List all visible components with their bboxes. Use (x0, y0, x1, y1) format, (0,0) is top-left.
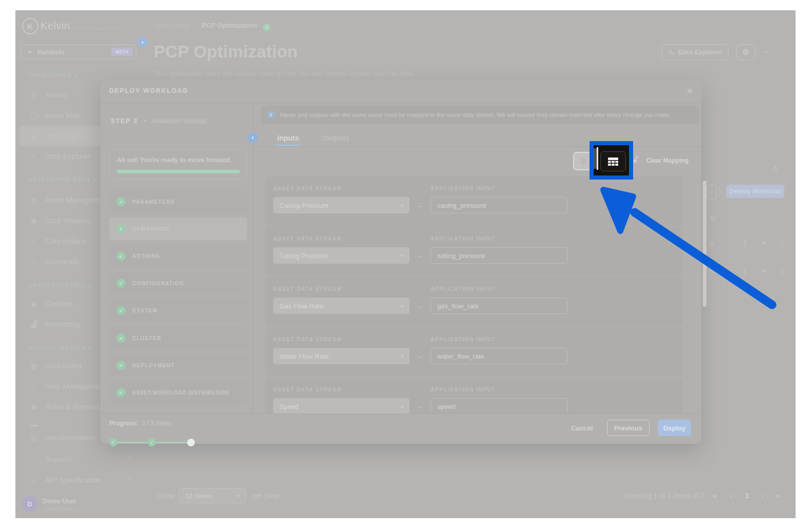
checklist-item-system[interactable]: ✓SYSTEM (109, 299, 247, 322)
sidebar-item-support[interactable]: ◔Support (29, 453, 71, 465)
sidebar-item-asset-map[interactable]: ◯Asset Map (29, 109, 80, 122)
step-indicator: STEP 3 • Advanced Settings (111, 116, 207, 125)
kelvinai-button[interactable]: ✦ KelvinAI BETA (21, 45, 136, 59)
chevron-up-icon: ∧ (772, 163, 778, 172)
section-operations: OPERATIONS ∨ (28, 72, 78, 78)
external-link-icon: ↗ (126, 476, 131, 483)
sidebar-item-clusters[interactable]: ◉Clusters (29, 298, 72, 310)
application-input-field[interactable]: water_flow_rate (431, 348, 567, 364)
page-size-select[interactable]: 32 items ▾ (178, 488, 246, 503)
avatar[interactable]: D (22, 496, 37, 512)
map-arrow-icon: → (415, 201, 423, 209)
magic-wand-icon[interactable]: ✦ (761, 267, 767, 275)
sidebar-item-monitoring[interactable]: ▟Monitoring (29, 318, 80, 330)
upload-icon[interactable]: ↥ (742, 267, 748, 275)
application-input-field[interactable]: speed (431, 398, 567, 414)
chevron-down-icon: ▾ (401, 253, 403, 259)
application-input-field[interactable]: gas_flow_rate (431, 298, 567, 314)
stream-select[interactable]: Water Flow Rate▾ (273, 348, 410, 364)
sidebar-item-label: Dashboard (45, 362, 82, 370)
cancel-button[interactable]: Cancel (564, 420, 599, 436)
tab-inputs[interactable]: Inputs (277, 134, 299, 142)
stream-select[interactable]: Casing Pressure▾ (273, 197, 410, 213)
breadcrumb-parent[interactable]: Applications (154, 22, 190, 29)
pagination-first-button[interactable]: « (713, 491, 717, 500)
deploy-button[interactable]: Deploy (658, 420, 691, 436)
close-icon: ✕ (686, 87, 693, 95)
sidebar-item-user-management[interactable]: ⚇User Management (29, 380, 106, 392)
sidebar-item-label: Asset Map (45, 111, 80, 120)
sidebar-item-documentation[interactable]: ▤Documentation (29, 431, 95, 444)
stream-select[interactable]: Gas Flow Rate▾ (273, 298, 410, 314)
app-window: K Kelvin BETA Environment (DEV) ✦ Kelvin… (15, 10, 796, 518)
data-explorer-label: Data Explorer (678, 48, 722, 56)
sidebar-item-label: Data Streams (45, 217, 91, 225)
table-view-toggle[interactable] (600, 151, 626, 171)
trash-icon[interactable]: ▯ (780, 239, 784, 247)
close-button[interactable]: ✕ (686, 87, 693, 96)
checklist-label: SYSTEM (132, 307, 157, 313)
more-options-button[interactable]: ⋯ (762, 45, 773, 57)
tab-outputs[interactable]: Outputs (322, 134, 350, 142)
checklist-item-parameters[interactable]: ✓PARAMETERS (109, 190, 247, 213)
panel-back-button[interactable]: ‹ (248, 132, 258, 143)
sidebar-item-data-streams[interactable]: ▣Data Streams (29, 214, 91, 227)
sidebar-item-api-specification[interactable]: ◎API Specification (29, 474, 102, 486)
pagination-next-button[interactable]: › (761, 491, 764, 500)
application-input-field[interactable]: tubing_pressure (431, 247, 567, 264)
settings-button[interactable]: ⚙ (736, 44, 756, 60)
map-arrow-icon: → (415, 301, 423, 310)
modal-panel-divider (253, 103, 253, 414)
sidebar-item-applications[interactable]: ▦Applications (29, 130, 85, 142)
clear-mapping-button[interactable]: Clear Mapping (632, 155, 688, 165)
progress-line (116, 442, 150, 443)
sidebar-item-data-explorer[interactable]: ∿Data Explorer (29, 150, 91, 163)
pagination-prev-button[interactable]: ‹ (729, 491, 732, 500)
upload-icon[interactable]: ↥ (742, 239, 748, 247)
check-icon: ✓ (116, 279, 126, 288)
data-explorer-button[interactable]: ∿ Data Explorer (661, 44, 728, 60)
breadcrumb-separator: / (195, 22, 197, 29)
chevron-left-icon: ‹ (252, 134, 254, 141)
sidebar-item-label: Guardrails (45, 258, 79, 266)
checklist-item-asset-workload-distribution[interactable]: ✓ASSET-WORKLOAD DISTRIBUTION (109, 381, 247, 404)
previous-button[interactable]: Previous (607, 420, 649, 436)
check-icon: ✓ (116, 388, 126, 397)
checklist-item-configuration[interactable]: ✓CONFIGURATION (109, 272, 247, 295)
pagination-page-1[interactable]: 1 (745, 491, 749, 500)
sidebar-collapse-button[interactable]: ‹ (137, 37, 148, 47)
checklist-item-io-mapping[interactable]: ✓IO MAPPING (109, 218, 247, 240)
sidebar-item-label: Data Explorer (45, 152, 91, 161)
sidebar-item-guardrails[interactable]: ▒Guardrails (29, 256, 79, 268)
asset-management-icon: ▥ (29, 197, 38, 204)
drag-handle-icon: ∷ (706, 185, 717, 200)
collapse-panel-button[interactable]: ∧ (772, 162, 778, 173)
stream-select[interactable]: Speed▾ (273, 398, 410, 414)
check-icon: ✓ (116, 197, 126, 206)
modal-footer-divider (100, 414, 701, 414)
checklist-item-cluster[interactable]: ✓CLUSTER (109, 327, 247, 349)
check-icon: ✓ (116, 224, 126, 233)
checklist-label: IO MAPPING (132, 226, 170, 232)
sidebar-item-assets[interactable]: ▤Assets (29, 89, 68, 101)
pagination-last-button[interactable]: » (776, 491, 780, 500)
stream-value: Speed (279, 403, 299, 410)
deploy-workload-button[interactable]: Deploy Workload (726, 185, 784, 198)
checklist-item-deployment[interactable]: ✓DEPLOYMENT (109, 354, 247, 377)
scrollbar-thumb[interactable] (703, 181, 706, 307)
trash-icon[interactable]: ▯ (780, 267, 784, 275)
sidebar-item-asset-management[interactable]: ▥Asset Management (29, 194, 109, 206)
waveform-icon: ∿ (668, 48, 674, 56)
checklist-label: PARAMETERS (132, 199, 175, 205)
sidebar-item-connections[interactable]: ⌁Connections (29, 235, 87, 247)
truncated-cell: b (710, 267, 714, 274)
data-streams-icon: ▣ (29, 217, 38, 225)
sidebar-item-dashboard[interactable]: ▦Dashboard (29, 360, 82, 372)
application-input-field[interactable]: casing_pressure (431, 197, 567, 213)
stream-select[interactable]: Tubing Pressure▾ (273, 247, 410, 264)
api-specification-icon: ◎ (29, 477, 38, 484)
checklist-item-actions[interactable]: ✓ACTIONS (109, 245, 247, 267)
table-icon (608, 158, 618, 166)
magic-wand-icon[interactable]: ✦ (761, 239, 767, 247)
input-label: APPLICATION INPUT (431, 337, 496, 342)
